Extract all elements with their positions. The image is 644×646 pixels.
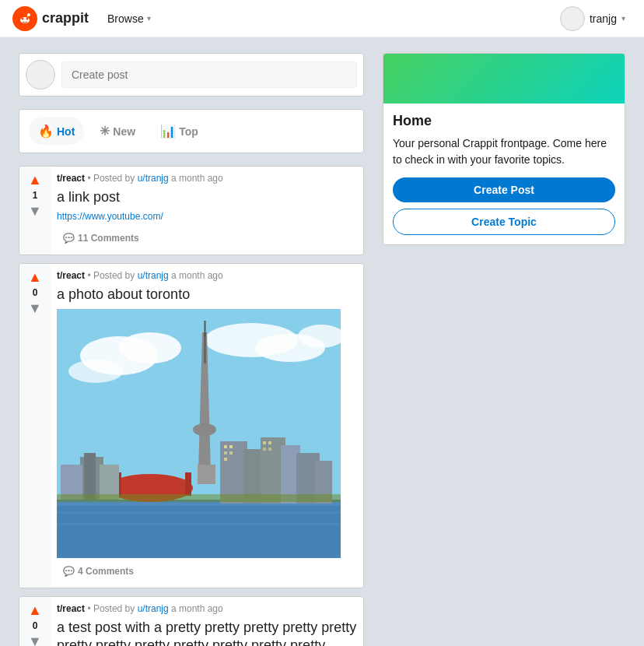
svg-rect-36 [224,445,227,448]
browse-menu[interactable]: Browse ▾ [101,8,157,30]
post-content: t/react • Posted by u/tranjg a month ago… [51,597,363,646]
svg-point-3 [26,17,29,19]
svg-rect-42 [268,441,271,444]
comment-icon: 💬 [63,566,75,577]
svg-point-11 [68,360,123,383]
svg-rect-28 [84,453,96,500]
comments-count: 4 Comments [78,566,134,577]
bullet: • Posted by [87,603,137,614]
svg-rect-43 [263,448,266,451]
post-card: ▲ 1 ▼ t/react • Posted by u/tranjg a mon… [19,166,364,255]
comments-count: 11 Comments [78,233,139,244]
logo[interactable]: crappit [12,6,89,31]
post-title[interactable]: a photo about toronto [57,286,357,304]
create-post-bar [19,53,364,97]
post-topic[interactable]: t/react [57,603,85,614]
tab-new-label: New [113,125,135,138]
comments-button[interactable]: 💬 11 Comments [57,228,145,248]
upvote-button[interactable]: ▲ [28,270,42,284]
vote-count: 0 [33,287,38,298]
svg-rect-19 [185,472,191,496]
tab-hot-label: Hot [57,125,75,138]
post-time: a month ago [171,173,223,184]
downvote-button[interactable]: ▼ [28,301,42,315]
svg-rect-39 [229,451,233,455]
post-topic[interactable]: t/react [57,173,85,184]
svg-rect-12 [57,500,341,558]
main-layout: 🔥 Hot ✳ New 📊 Top ▲ 1 ▼ t/react [0,37,644,646]
svg-rect-37 [229,445,233,448]
svg-rect-41 [263,441,266,444]
svg-rect-44 [268,448,271,451]
post-meta: t/react • Posted by u/tranjg a month ago [57,270,357,281]
username: tranjg [590,12,617,25]
vote-column: ▲ 0 ▼ [19,264,51,587]
post-author[interactable]: u/tranjg [138,270,169,281]
post-actions: 💬 4 Comments [57,561,357,581]
svg-rect-15 [57,523,341,525]
tab-hot[interactable]: 🔥 Hot [29,118,84,145]
vote-column: ▲ 1 ▼ [19,167,51,255]
post-link[interactable]: https://www.youtube.com/ [57,211,357,222]
sort-tabs: 🔥 Hot ✳ New 📊 Top [19,109,364,153]
bullet: • Posted by [87,270,137,281]
post-content: t/react • Posted by u/tranjg a month ago… [51,167,363,255]
header: crappit Browse ▾ tranjg ▾ [0,0,644,37]
sidebar-description: Your personal Crappit frontpage. Come he… [393,135,615,168]
svg-rect-23 [201,423,208,436]
top-icon: 📊 [160,124,176,139]
svg-rect-45 [57,494,341,502]
upvote-button[interactable]: ▲ [28,603,42,617]
downvote-button[interactable]: ▼ [28,634,42,646]
post-topic[interactable]: t/react [57,270,85,281]
svg-rect-17 [111,480,189,496]
fire-icon: 🔥 [38,124,54,139]
post-meta: t/react • Posted by u/tranjg a month ago [57,603,357,614]
user-avatar-small [26,60,55,90]
svg-rect-25 [205,321,206,336]
upvote-button[interactable]: ▲ [28,173,42,187]
post-title[interactable]: a test post with a pretty pretty pretty … [57,619,357,646]
feed-column: 🔥 Hot ✳ New 📊 Top ▲ 1 ▼ t/react [19,53,364,646]
post-content: t/react • Posted by u/tranjg a month ago… [51,264,363,587]
post-author[interactable]: u/tranjg [138,603,169,614]
avatar [560,6,585,31]
logo-text: crappit [42,10,89,26]
logo-icon [12,6,37,31]
post-meta: t/react • Posted by u/tranjg a month ago [57,173,357,184]
create-post-button[interactable]: Create Post [393,177,615,202]
tab-top-label: Top [179,125,198,138]
sidebar-body: Home Your personal Crappit frontpage. Co… [383,104,625,244]
comments-button[interactable]: 💬 4 Comments [57,561,140,581]
svg-point-2 [22,17,24,19]
downvote-button[interactable]: ▼ [28,204,42,218]
sidebar-title: Home [393,113,615,129]
create-topic-button[interactable]: Create Topic [393,209,615,235]
svg-point-7 [119,332,181,363]
svg-rect-21 [198,465,215,484]
comment-icon: 💬 [63,233,75,244]
post-card: ▲ 0 ▼ t/react • Posted by u/tranjg a mon… [19,596,364,646]
post-actions: 💬 11 Comments [57,228,357,248]
browse-label: Browse [107,12,144,25]
svg-rect-14 [57,511,341,514]
post-author[interactable]: u/tranjg [138,173,169,184]
tab-top[interactable]: 📊 Top [151,118,208,145]
sidebar: Home Your personal Crappit frontpage. Co… [383,53,625,646]
chevron-down-icon: ▾ [147,14,151,23]
vote-count: 1 [33,190,38,201]
user-menu[interactable]: tranjg ▾ [554,3,632,34]
new-icon: ✳ [100,124,110,139]
chevron-down-icon: ▾ [621,14,625,23]
create-post-input[interactable] [61,61,357,88]
svg-rect-24 [204,332,206,363]
bullet: • Posted by [87,173,137,184]
post-time: a month ago [171,603,223,614]
svg-rect-38 [224,451,227,455]
tab-new[interactable]: ✳ New [90,118,145,145]
post-card: ▲ 0 ▼ t/react • Posted by u/tranjg a mon… [19,263,364,588]
post-title[interactable]: a link post [57,188,357,206]
sidebar-header-image [383,54,625,104]
vote-count: 0 [33,620,38,631]
vote-column: ▲ 0 ▼ [19,597,51,646]
